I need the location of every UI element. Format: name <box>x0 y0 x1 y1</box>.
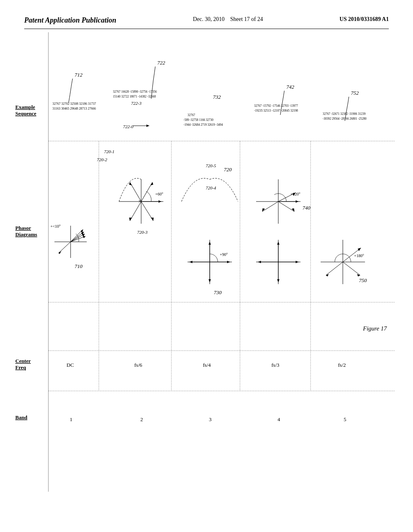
arrowhead-720-60 <box>150 182 153 185</box>
main-diagram-svg: Example Sequence Phasor Diagrams Center … <box>12 28 401 512</box>
ref-730: 730 <box>214 289 222 295</box>
figure-label: Figure 17 <box>363 325 388 332</box>
ref-720-1: 720-1 <box>104 149 115 154</box>
publication-title: Patent Application Publication <box>24 16 116 25</box>
seq-band4-line2: -19235 32513 -12107 -20845 32198 <box>254 109 298 112</box>
page-header: Patent Application Publication Dec. 30, … <box>24 16 389 29</box>
arrowhead-730-left <box>190 261 192 263</box>
brace-722 <box>151 66 155 99</box>
band-4: 4 <box>277 416 280 422</box>
phasor750-arrow-lr <box>343 262 360 275</box>
seq-band2-line2: 15140 32722 18071 -14382 -32668 <box>113 95 156 98</box>
center-freq-label: Center <box>15 358 31 364</box>
arrowhead-b4l-up <box>277 242 280 245</box>
patent-number: US 2010/0331689 A1 <box>340 16 389 23</box>
band-2: 2 <box>140 416 143 422</box>
ref-750: 750 <box>359 277 367 283</box>
dashed-arc1 <box>119 178 141 202</box>
phasor740-arrow-dl <box>262 202 278 212</box>
ref-720-5: 720-5 <box>206 163 216 168</box>
band-label-header: Band <box>15 414 27 420</box>
arrowhead-740-right <box>296 200 298 203</box>
sheet-info: Sheet 17 of 24 <box>230 16 263 22</box>
freq-fs6: fs/6 <box>134 362 142 368</box>
ref-720-3: 720-3 <box>137 230 148 235</box>
arrowhead-722-0 <box>146 125 149 127</box>
arrowhead-730-right <box>227 261 230 263</box>
seq-band2-line1: 32767 16628 -15890 -32756 -17356 <box>113 90 157 94</box>
ref-740: 740 <box>302 205 311 211</box>
seq-band3-line2: -589 -32758 1166 32730 <box>184 118 213 122</box>
freq-fs2: fs/2 <box>338 362 346 368</box>
freq-fs3: fs/3 <box>271 362 280 368</box>
arrowhead-720-0 <box>159 200 161 203</box>
seq-band3-line1: 32767 <box>188 113 195 117</box>
phasor740-arrow-dr <box>278 202 294 212</box>
arrowhead-720-down60 <box>151 218 154 221</box>
page-container: Patent Application Publication Dec. 30, … <box>0 0 413 532</box>
ref-720: 720 <box>224 166 232 172</box>
band-3: 3 <box>209 416 212 422</box>
center-freq-label2: Freq <box>15 364 26 370</box>
arrowhead-b4l-right <box>296 261 298 263</box>
ref-720-4: 720-4 <box>206 185 216 190</box>
arrowhead-720-downleft <box>129 218 132 221</box>
example-sequence-label2: Sequence <box>15 110 36 116</box>
label-180deg: +180° <box>354 254 364 258</box>
phasor-diagrams-label: Phasor <box>15 225 31 231</box>
arrowhead-750-lr <box>357 274 360 276</box>
arc-90 <box>210 254 218 262</box>
arrowhead-720-120 <box>129 182 132 185</box>
seq-band4-line1: 32767 -15792 -17546 32703 -13977 <box>254 104 298 108</box>
label-60deg: +60° <box>155 192 163 196</box>
example-sequence-label: Example <box>15 104 35 110</box>
seq-band5-line1: 32767 -32671 32382 -31906 31239 <box>323 112 365 116</box>
arrowhead-730-down <box>209 279 211 282</box>
arc-60 <box>146 191 151 202</box>
arrowhead-750-ll <box>326 274 329 276</box>
label-90deg: +90° <box>220 252 228 257</box>
ref-752: 752 <box>351 90 359 96</box>
header-date-sheet: Dec. 30, 2010 Sheet 17 of 24 <box>193 16 263 23</box>
arrowhead-730-up <box>209 242 211 245</box>
phasor-diagrams-label2: Diagrams <box>15 231 37 237</box>
phasor710-arrow5 <box>58 242 71 253</box>
seq-band5-line2: -30392 29564 -28166 26801 -25280 <box>323 117 367 121</box>
seq-band1-line1: 32767 32702 32508 32186 31737 <box>52 102 96 106</box>
ref-710: 710 <box>75 263 83 269</box>
arrowhead-750-ur <box>358 248 361 251</box>
freq-fs4: fs/4 <box>203 362 211 368</box>
ref-722: 722 <box>157 60 165 66</box>
ref-732: 732 <box>213 94 221 100</box>
phasor720-x: × <box>138 198 142 204</box>
seq-band3-line3: -1944 -32684 2719 32619 -3494 <box>184 123 223 127</box>
ref-722-0: 722-0 <box>123 124 133 129</box>
phasor750-arrow-ll <box>326 262 343 275</box>
brace-712 <box>69 79 73 103</box>
seq-band1-line2: 31163 30465 29648 28713 27666 <box>52 107 96 110</box>
angle-10deg: +<10° <box>50 224 60 229</box>
ref-712: 712 <box>75 72 83 78</box>
band-5: 5 <box>344 416 346 422</box>
ref-720-2: 720-2 <box>97 157 107 162</box>
label-120deg: +120° <box>290 192 300 196</box>
band-1: 1 <box>70 416 73 422</box>
ref-742: 742 <box>286 84 294 90</box>
arrowhead-b4l-left <box>258 261 261 263</box>
freq-dc: DC <box>67 362 74 368</box>
arrowhead-b4l-down <box>277 279 280 282</box>
pub-date: Dec. 30, 2010 <box>193 16 225 22</box>
ref-722-3: 722-3 <box>131 101 142 106</box>
